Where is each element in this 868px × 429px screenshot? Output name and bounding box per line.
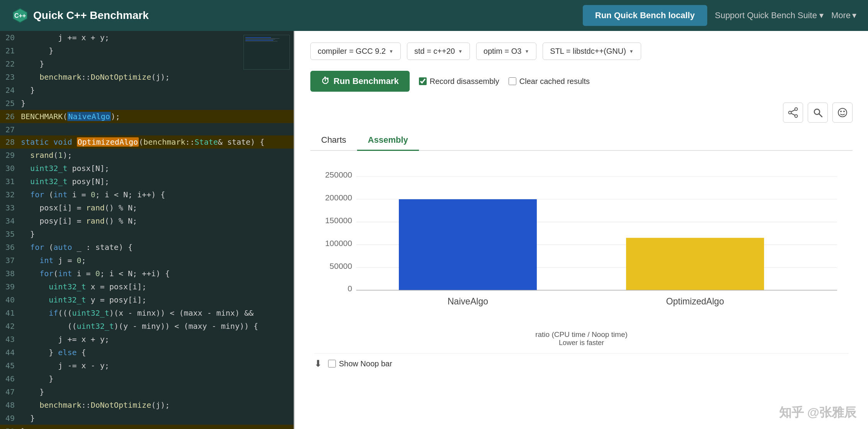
code-line: 44 } else { [0, 346, 294, 359]
code-lines: 20 j += x + y; 21 } 22 } 23 benchmark::D… [0, 31, 294, 429]
code-line: 43 j += x + y; [0, 333, 294, 346]
tab-assembly-label: Assembly [368, 135, 408, 145]
more-chevron-icon: ▾ [852, 10, 856, 21]
code-panel: 20 j += x + y; 21 } 22 } 23 benchmark::D… [0, 31, 294, 429]
clear-cache-label[interactable]: Clear cached results [509, 77, 590, 86]
code-thumbnail [243, 35, 290, 70]
code-line: 28 static void OptimizedAlgo(benchmark::… [0, 135, 294, 149]
clear-cache-text: Clear cached results [519, 77, 590, 86]
bar-naive-algo [399, 199, 537, 290]
svg-text:C++: C++ [14, 12, 26, 19]
more-label: More [831, 10, 851, 21]
svg-text:OptimizedAlgo: OptimizedAlgo [666, 296, 724, 306]
clear-cache-checkbox[interactable] [509, 77, 516, 85]
chart-area: 250000 200000 150000 100000 50000 0 [310, 159, 853, 373]
code-line: 42 ((uint32_t)(y - miny)) < (maxy - miny… [0, 320, 294, 333]
run-row: ⏱ Run Benchmark Record disassembly Clear… [310, 71, 853, 92]
code-line: 31 uint32_t posy[N]; [0, 175, 294, 188]
search-button[interactable] [808, 103, 828, 123]
run-local-button[interactable]: Run Quick Bench locally [583, 5, 707, 26]
icon-buttons-row [310, 103, 853, 123]
run-benchmark-button[interactable]: ⏱ Run Benchmark [310, 71, 410, 92]
svg-text:NaiveAlgo: NaiveAlgo [448, 296, 488, 306]
support-chevron-icon: ▾ [819, 10, 824, 21]
code-line: 25 } [0, 97, 294, 110]
show-noop-bar-label[interactable]: Show Noop bar [328, 359, 392, 368]
code-line: 41 if(((uint32_t)(x - minx)) < (maxx - m… [0, 306, 294, 320]
svg-text:250000: 250000 [325, 170, 352, 179]
support-label: Support Quick Bench Suite [715, 10, 817, 21]
show-noop-bar-checkbox[interactable] [328, 360, 336, 367]
settings-button[interactable] [832, 103, 853, 123]
optim-dropdown[interactable]: optim = O3 [476, 43, 536, 60]
run-bench-label: Run Benchmark [334, 76, 399, 86]
tab-charts[interactable]: Charts [310, 130, 357, 151]
watermark: 知乎 @张雅辰 [779, 404, 856, 421]
record-disassembly-label[interactable]: Record disassembly [419, 77, 499, 86]
app-header: C++ Quick C++ Benchmark Run Quick Bench … [0, 0, 868, 31]
share-icon [788, 107, 798, 118]
app-logo-icon: C++ [12, 7, 29, 24]
stl-dropdown[interactable]: STL = libstdc++(GNU) [543, 43, 641, 60]
code-line: 48 benchmark::DoNotOptimize(j); [0, 398, 294, 412]
code-line: 34 posy[i] = rand() % N; [0, 214, 294, 227]
std-dropdown[interactable]: std = c++20 [407, 43, 470, 60]
face-icon [837, 107, 848, 118]
code-line: 36 for (auto _ : state) { [0, 241, 294, 254]
compiler-dropdown[interactable]: compiler = GCC 9.2 [310, 43, 401, 60]
record-disassembly-checkbox[interactable] [419, 77, 427, 85]
code-line: 26 BENCHMARK(NaiveAlgo); [0, 110, 294, 123]
chart-axis-label: ratio (CPU time / Noop time) Lower is fa… [314, 330, 849, 347]
support-button[interactable]: Support Quick Bench Suite ▾ [715, 10, 824, 21]
tab-charts-label: Charts [321, 135, 346, 145]
code-line: 23 benchmark::DoNotOptimize(j); [0, 70, 294, 84]
code-line: 50 } [0, 425, 294, 429]
more-button[interactable]: More ▾ [831, 10, 856, 21]
svg-line-6 [791, 113, 795, 115]
svg-point-9 [838, 108, 847, 117]
right-panel: compiler = GCC 9.2 std = c++20 optim = O… [295, 31, 868, 429]
code-line: 30 uint32_t posx[N]; [0, 162, 294, 175]
x-axis-sublabel: Lower is faster [314, 339, 849, 347]
bar-optimized-algo [626, 238, 764, 290]
svg-text:100000: 100000 [325, 239, 352, 248]
logo-area: C++ Quick C++ Benchmark [12, 7, 149, 24]
code-line: 32 for (int i = 0; i < N; i++) { [0, 188, 294, 201]
code-line: 27 [0, 123, 294, 135]
svg-point-10 [840, 111, 842, 112]
code-line: 45 j -= x - y; [0, 359, 294, 372]
svg-text:50000: 50000 [330, 262, 352, 270]
chart-footer: ⬇ Show Noop bar 知乎 @张雅辰 [314, 353, 849, 369]
search-icon [812, 107, 823, 118]
tab-assembly[interactable]: Assembly [357, 130, 419, 151]
code-line: 47 } [0, 385, 294, 398]
svg-text:150000: 150000 [325, 216, 352, 225]
svg-text:0: 0 [348, 284, 352, 293]
code-line: 33 posx[i] = rand() % N; [0, 201, 294, 214]
record-disassembly-text: Record disassembly [430, 77, 499, 86]
download-icon[interactable]: ⬇ [314, 358, 322, 369]
chart-container: 250000 200000 150000 100000 50000 0 [314, 166, 849, 329]
svg-line-5 [791, 110, 795, 112]
code-line: 29 srand(1); [0, 149, 294, 162]
bar-chart-svg: 250000 200000 150000 100000 50000 0 [314, 166, 849, 329]
tabs-row: Charts Assembly [310, 130, 853, 151]
code-line: 24 } [0, 84, 294, 97]
share-button[interactable] [783, 103, 803, 123]
code-line: 40 uint32_t y = posy[i]; [0, 293, 294, 306]
svg-line-8 [819, 114, 822, 117]
show-noop-bar-text: Show Noop bar [339, 359, 392, 368]
code-line: 35 } [0, 227, 294, 241]
controls-row: compiler = GCC 9.2 std = c++20 optim = O… [310, 43, 853, 60]
app-title: Quick C++ Benchmark [33, 9, 149, 22]
code-line: 39 uint32_t x = posx[i]; [0, 280, 294, 293]
code-line: 38 for(int i = 0; i < N; ++i) { [0, 267, 294, 280]
svg-point-3 [795, 115, 798, 118]
svg-point-2 [795, 108, 798, 111]
svg-point-11 [843, 111, 845, 112]
code-line: 49 } [0, 412, 294, 425]
clock-icon: ⏱ [321, 76, 330, 86]
svg-point-4 [789, 111, 791, 114]
main-layout: 20 j += x + y; 21 } 22 } 23 benchmark::D… [0, 31, 868, 429]
code-line: 46 } [0, 372, 294, 385]
